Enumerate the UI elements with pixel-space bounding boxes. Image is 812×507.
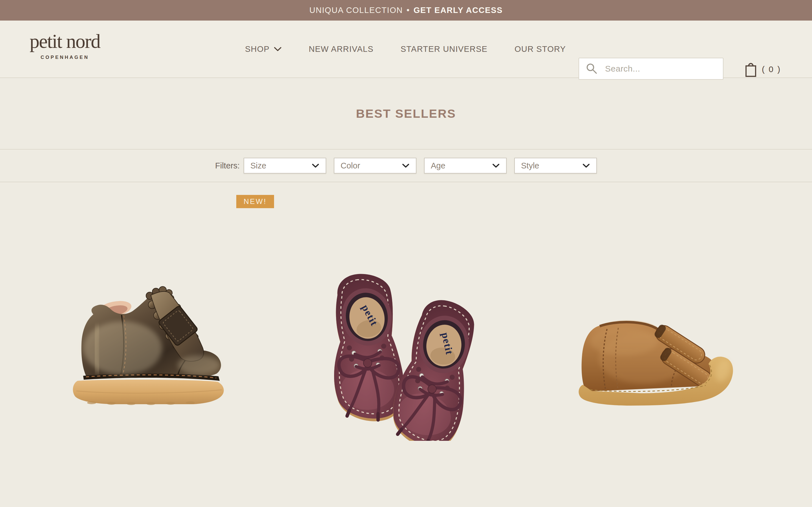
chevron-down-icon (492, 164, 500, 168)
filter-value: Style (521, 161, 539, 170)
best-sellers-section: BEST SELLERS (0, 78, 812, 150)
cart-button[interactable]: ( 0 ) (745, 61, 781, 78)
chevron-down-icon (582, 164, 590, 168)
nav-item-label: NEW ARRIVALS (309, 45, 373, 54)
search-icon (586, 63, 598, 75)
product-image-cognac-shoe (573, 302, 743, 412)
bag-icon (745, 61, 757, 78)
nav-item-our-story[interactable]: OUR STORY (515, 45, 566, 54)
promo-separator: • (407, 6, 410, 15)
new-badge: NEW! (236, 195, 274, 208)
product-image-metallic-boot (66, 278, 238, 407)
filter-value: Color (341, 161, 360, 170)
promo-cta[interactable]: GET EARLY ACCESS (414, 6, 503, 15)
nav-item-label: SHOP (245, 45, 269, 54)
product-image-plum-booties: petit (319, 269, 491, 441)
filters-bar: Filters: Size Color Age Style (0, 150, 812, 182)
page-title: BEST SELLERS (356, 107, 456, 121)
promo-text: UNIQUA COLLECTION (309, 6, 403, 15)
main-nav: SHOP NEW ARRIVALS STARTER UNIVERSE OUR S… (245, 20, 566, 77)
chevron-down-icon (312, 164, 319, 168)
filter-select-color[interactable]: Color (334, 158, 416, 173)
nav-item-label: STARTER UNIVERSE (401, 45, 488, 54)
search-box (578, 58, 723, 80)
nav-item-starter-universe[interactable]: STARTER UNIVERSE (401, 45, 488, 54)
filter-select-age[interactable]: Age (424, 158, 507, 173)
chevron-down-icon (402, 164, 409, 168)
logo-subtitle: COPENHAGEN (22, 55, 108, 60)
search-input[interactable] (605, 64, 716, 73)
chevron-down-icon (274, 47, 282, 52)
logo[interactable]: petit nord COPENHAGEN (22, 30, 108, 60)
nav-item-shop[interactable]: SHOP (245, 45, 282, 54)
filter-value: Size (250, 161, 266, 170)
products-grid: NEW! (0, 182, 812, 505)
filter-select-style[interactable]: Style (514, 158, 597, 173)
product-card-2[interactable]: petit (319, 269, 491, 441)
site-header: petit nord COPENHAGEN SHOP NEW ARRIVALS … (0, 20, 812, 78)
nav-item-label: OUR STORY (515, 45, 566, 54)
filters-label: Filters: (215, 161, 240, 170)
cart-count: ( 0 ) (762, 64, 781, 74)
nav-item-new-arrivals[interactable]: NEW ARRIVALS (309, 45, 373, 54)
logo-wordmark: petit nord (22, 30, 108, 53)
promo-banner[interactable]: UNIQUA COLLECTION • GET EARLY ACCESS (0, 0, 812, 20)
product-card-1[interactable] (66, 278, 238, 407)
product-card-3[interactable] (573, 302, 743, 412)
filter-select-size[interactable]: Size (244, 158, 326, 173)
filter-value: Age (431, 161, 446, 170)
